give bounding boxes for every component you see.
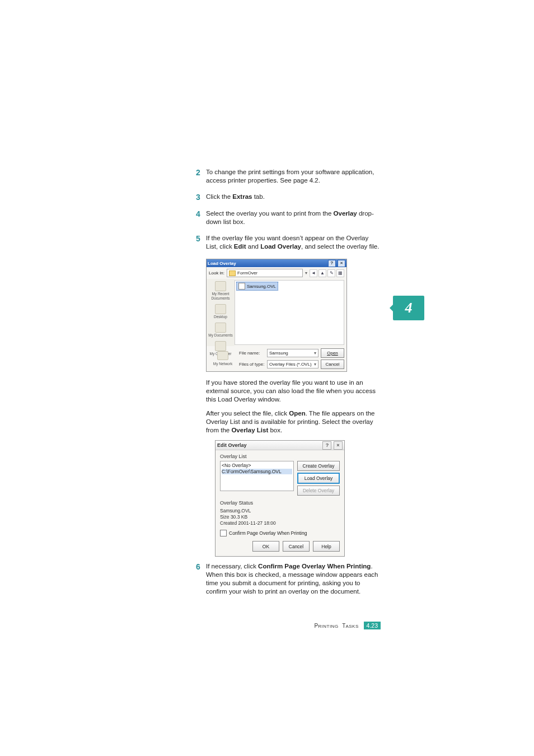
open-button[interactable]: Open xyxy=(321,348,344,358)
back-icon[interactable]: ◄ xyxy=(310,269,317,277)
place-label: My Documents xyxy=(208,333,232,338)
section-tab: 4 xyxy=(393,296,424,320)
page-number: 4.23 xyxy=(364,622,381,629)
filetype-combo[interactable]: Overlay Files (*.OVL)▾ xyxy=(267,360,318,368)
text: Select the overlay you want to print fro… xyxy=(206,210,334,217)
dialog-titlebar: Load Overlay ? × xyxy=(207,259,346,267)
step-body: To change the print settings from your s… xyxy=(206,168,381,185)
dialog-titlebar: Edit Overlay ? × xyxy=(216,441,344,450)
overlay-listbox[interactable]: <No Overlay> C:\FormOver\Samsung.OVL xyxy=(220,461,294,491)
step-number: 5 xyxy=(196,234,206,251)
button-label: Cancel xyxy=(289,544,303,549)
step-number: 4 xyxy=(196,209,206,226)
footer-label: PRINTING TASKS xyxy=(315,623,361,629)
folder-icon xyxy=(229,270,236,276)
overlay-status-label: Overlay Status xyxy=(220,500,340,506)
cancel-button[interactable]: Cancel xyxy=(283,541,310,552)
bold: Overlay List xyxy=(231,427,268,433)
step-2: 2 To change the print settings from your… xyxy=(196,168,381,185)
checkbox-label: Confirm Page Overlay When Printing xyxy=(229,530,307,536)
place-documents[interactable]: My Documents xyxy=(207,323,235,338)
overlay-list-label: Overlay List xyxy=(220,454,340,459)
chevron-down-icon[interactable]: ▾ xyxy=(314,350,316,356)
text: RINTING xyxy=(318,624,340,629)
network-label[interactable]: My Network xyxy=(213,361,232,367)
lookin-label: Look in: xyxy=(209,270,224,276)
load-overlay-dialog: Load Overlay ? × Look in: FormOver ▾ ◄ ▲… xyxy=(206,259,347,372)
step-number: 3 xyxy=(196,193,206,202)
paragraph: After you select the file, click Open. T… xyxy=(206,409,381,435)
filetype-value: Overlay Files (*.OVL) xyxy=(269,361,312,367)
ok-button[interactable]: OK xyxy=(252,541,279,552)
file-name: Samsung.OVL xyxy=(247,283,276,290)
filename-label: File name: xyxy=(239,350,265,356)
checkbox[interactable] xyxy=(220,530,227,536)
filename-input[interactable]: Samsung▾ xyxy=(267,349,318,357)
status-line: Size 30.3 KB xyxy=(220,514,340,520)
dialog-title: Load Overlay xyxy=(208,260,236,267)
text: If necessary, click xyxy=(206,563,258,570)
delete-overlay-button[interactable]: Delete Overlay xyxy=(297,486,340,496)
bold: Confirm Page Overlay When Printing xyxy=(258,563,371,570)
file-area[interactable]: Samsung.OVL xyxy=(235,280,344,345)
bold: Open xyxy=(289,410,305,417)
up-icon[interactable]: ▲ xyxy=(318,269,326,277)
new-folder-icon[interactable]: ✎ xyxy=(327,269,335,277)
step-number: 6 xyxy=(196,562,206,596)
views-icon[interactable]: ▦ xyxy=(336,269,344,277)
lookin-combo[interactable]: FormOver xyxy=(227,269,303,277)
confirm-checkbox-row[interactable]: Confirm Page Overlay When Printing xyxy=(220,530,340,536)
text: , and select the overlay file. xyxy=(301,243,379,250)
place-label: Desktop xyxy=(214,315,227,319)
close-icon[interactable]: × xyxy=(334,441,343,450)
network-icon xyxy=(217,351,228,360)
chevron-down-icon[interactable]: ▾ xyxy=(305,270,307,276)
chevron-down-icon[interactable]: ▾ xyxy=(314,361,316,367)
help-button[interactable]: Help xyxy=(313,541,340,552)
file-icon xyxy=(238,283,245,290)
create-overlay-button[interactable]: Create Overlay xyxy=(297,461,340,471)
cancel-button[interactable]: Cancel xyxy=(321,360,344,369)
places-bar: My Recent Documents Desktop My Documents… xyxy=(207,279,235,346)
list-item[interactable]: <No Overlay> xyxy=(222,463,292,468)
text: After you select the file, click xyxy=(206,410,289,417)
text: and xyxy=(246,243,261,250)
step-body: Click the Extras tab. xyxy=(206,193,381,202)
lookin-value: FormOver xyxy=(237,270,257,276)
place-desktop[interactable]: Desktop xyxy=(207,304,235,319)
step-body: Select the overlay you want to print fro… xyxy=(206,209,381,226)
text: Click the xyxy=(206,193,232,200)
close-icon[interactable]: × xyxy=(338,260,345,267)
titlebar-buttons: ? × xyxy=(327,260,345,267)
file-item-selected[interactable]: Samsung.OVL xyxy=(236,282,278,291)
step-4: 4 Select the overlay you want to print f… xyxy=(196,209,381,226)
dialog-toolbar: Look in: FormOver ▾ ◄ ▲ ✎ ▦ xyxy=(207,267,346,279)
text: To change the print settings from your s… xyxy=(206,169,374,184)
text: If you have stored the overlay file you … xyxy=(206,379,376,403)
button-label: Load Overlay xyxy=(305,475,333,481)
help-icon[interactable]: ? xyxy=(322,441,331,450)
filetype-label: Files of type: xyxy=(239,361,265,367)
filename-value: Samsung xyxy=(269,350,288,356)
overlay-status: Samsung.OVL Size 30.3 KB Created 2001-11… xyxy=(220,508,340,526)
dialog-body: Overlay List <No Overlay> C:\FormOver\Sa… xyxy=(216,450,344,556)
button-label: Delete Overlay xyxy=(303,488,334,493)
step-number: 2 xyxy=(196,168,206,185)
paragraph: If you have stored the overlay file you … xyxy=(206,379,381,404)
status-line: Samsung.OVL xyxy=(220,508,340,514)
button-label: OK xyxy=(263,544,269,549)
button-label: Help xyxy=(321,544,331,549)
text: box. xyxy=(268,427,282,433)
section-number: 4 xyxy=(405,300,413,316)
dialog-bottom: My Network File name: Samsung▾ Open File… xyxy=(207,346,346,371)
help-icon[interactable]: ? xyxy=(328,260,336,267)
desktop-icon xyxy=(215,304,226,314)
load-overlay-button[interactable]: Load Overlay xyxy=(297,473,340,484)
button-label: Create Overlay xyxy=(302,463,334,469)
list-item-selected[interactable]: C:\FormOver\Samsung.OVL xyxy=(222,469,292,474)
step-body: If necessary, click Confirm Page Overlay… xyxy=(206,562,381,596)
edit-overlay-dialog: Edit Overlay ? × Overlay List <No Overla… xyxy=(215,440,345,557)
place-recent[interactable]: My Recent Documents xyxy=(207,281,235,301)
bold: Edit xyxy=(234,243,246,250)
step-body: If the overlay file you want doesn’t app… xyxy=(206,234,381,251)
